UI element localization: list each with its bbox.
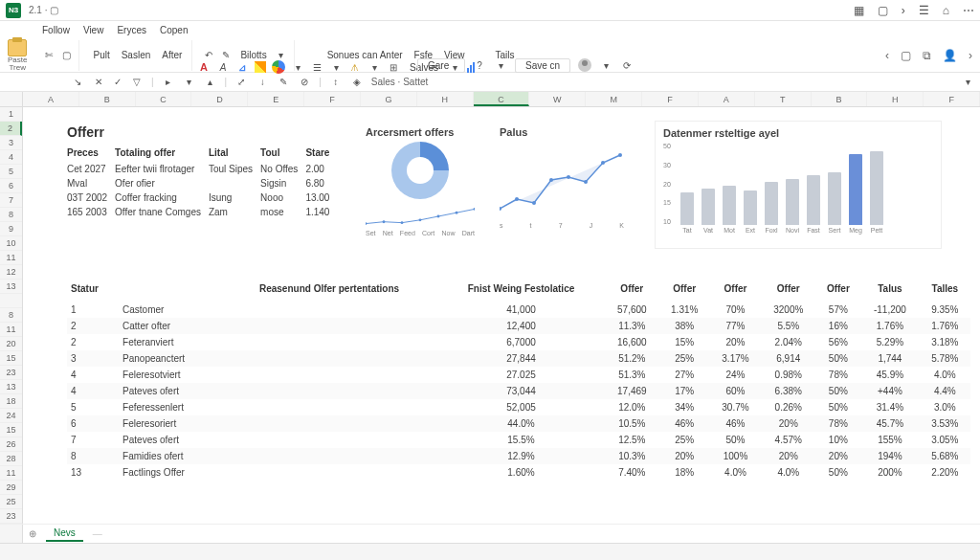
data-col-header[interactable]: Talles xyxy=(920,280,970,302)
data-cell[interactable]: 3.53% xyxy=(920,415,970,432)
ribbon-label-after[interactable]: After xyxy=(158,50,186,60)
column-header[interactable]: F xyxy=(304,92,361,106)
data-cell[interactable]: -11,200 xyxy=(860,302,919,318)
data-row[interactable]: 5Feferessenlert52,00512.0%34%30.7%0.26%5… xyxy=(67,399,970,415)
offerr-cell[interactable]: 165 2003 xyxy=(67,205,115,219)
data-cell[interactable]: 7 xyxy=(67,432,119,448)
data-cell[interactable]: 155% xyxy=(860,432,919,448)
column-header[interactable]: G xyxy=(361,92,417,106)
data-cell[interactable]: Factlings Offer xyxy=(119,464,221,481)
ribbon-label-pult[interactable]: Pult xyxy=(89,50,113,60)
offerr-cell[interactable]: Toul Sipes xyxy=(209,162,260,176)
offerr-cell[interactable] xyxy=(209,176,260,190)
data-col-header[interactable]: Offer xyxy=(815,280,860,302)
data-cell[interactable]: 200% xyxy=(860,464,919,481)
data-row[interactable]: 4Feleresotviert27.02551.3%27%24%0.98%78%… xyxy=(67,367,970,383)
data-cell[interactable] xyxy=(221,383,437,399)
underline-color-icon[interactable]: ⊿ xyxy=(235,60,249,74)
data-cell[interactable]: 20% xyxy=(659,448,710,464)
person-icon[interactable] xyxy=(578,58,591,72)
data-cell[interactable]: 50% xyxy=(815,399,860,415)
row-header[interactable]: 11 xyxy=(0,251,22,265)
data-cell[interactable] xyxy=(221,350,437,367)
data-cell[interactable]: Feteranviert xyxy=(119,334,221,350)
data-cell[interactable]: 4.57% xyxy=(761,432,815,448)
data-cell[interactable] xyxy=(221,415,437,432)
data-col-header[interactable]: Offer xyxy=(761,280,815,302)
row-header[interactable]: 3 xyxy=(0,136,22,150)
column-header[interactable]: D xyxy=(191,92,248,106)
data-cell[interactable]: 11.3% xyxy=(605,318,659,334)
row-header[interactable]: 10 xyxy=(0,236,22,251)
grid-icon[interactable]: ▦ xyxy=(854,4,864,17)
offerr-cell[interactable]: Offer tnane Comges xyxy=(115,205,209,219)
data-cell[interactable]: Feleresoriert xyxy=(119,415,221,432)
data-row[interactable]: 3Panopeanctert27,84451.2%25%3.17%6,91450… xyxy=(67,350,970,367)
data-cell[interactable]: 18% xyxy=(659,464,710,481)
data-cell[interactable]: 45.9% xyxy=(860,367,919,383)
data-cell[interactable]: 20% xyxy=(761,415,815,432)
offerr-cell[interactable]: 13.00 xyxy=(305,190,337,205)
row-header[interactable]: 1 xyxy=(0,107,22,122)
data-col-header[interactable]: Reasenund Olfer pertentations xyxy=(221,280,437,302)
column-header[interactable]: A xyxy=(23,92,79,106)
offerr-row[interactable]: 165 2003Offer tnane ComgesZammose1.140 xyxy=(67,205,337,219)
ribbon-label-saslen[interactable]: Saslen xyxy=(118,50,155,60)
data-cell[interactable]: 3.17% xyxy=(710,350,761,367)
data-cell[interactable]: 4.0% xyxy=(920,367,970,383)
sync-icon[interactable]: ⟳ xyxy=(620,58,634,72)
data-cell[interactable]: 44.0% xyxy=(437,415,605,432)
copy-icon[interactable]: ▢ xyxy=(59,49,73,62)
data-cell[interactable]: 27.025 xyxy=(437,367,605,383)
data-cell[interactable]: 57% xyxy=(815,302,860,318)
data-cell[interactable]: Pateves ofert xyxy=(119,383,221,399)
ellipsis-icon[interactable]: ⋯ xyxy=(963,4,974,17)
data-cell[interactable]: 194% xyxy=(860,448,919,464)
menu-follow[interactable]: Follow xyxy=(42,25,70,35)
data-col-header[interactable] xyxy=(119,280,221,302)
data-cell[interactable]: 5.78% xyxy=(920,350,970,367)
data-cell[interactable]: 3 xyxy=(67,350,119,367)
data-cell[interactable]: 8 xyxy=(67,448,119,464)
data-cell[interactable]: 1.76% xyxy=(860,318,919,334)
data-cell[interactable]: 70% xyxy=(710,302,761,318)
list-icon[interactable]: ☰ xyxy=(919,4,929,17)
data-col-header[interactable]: Offer xyxy=(710,280,761,302)
offerr-row[interactable]: MvalOfer ofierSigsin6.80 xyxy=(67,176,337,190)
data-row[interactable]: 8Famidies ofert12.9%10.3%20%100%20%20%19… xyxy=(67,448,970,464)
data-cell[interactable]: 15% xyxy=(659,334,710,350)
row-header[interactable]: 25 xyxy=(0,495,22,509)
data-cell[interactable]: Castomer xyxy=(119,302,221,318)
data-cell[interactable]: 27% xyxy=(659,367,710,383)
data-cell[interactable]: 6 xyxy=(67,415,119,432)
data-cell[interactable]: 78% xyxy=(815,415,860,432)
data-cell[interactable]: 51.3% xyxy=(605,367,659,383)
row-header[interactable]: 7 xyxy=(0,193,22,208)
row-header[interactable]: 15 xyxy=(0,351,22,366)
offerr-cell[interactable]: 6.80 xyxy=(305,176,337,190)
data-cell[interactable]: 100% xyxy=(710,448,761,464)
row-header[interactable]: 18 xyxy=(0,394,22,409)
offerr-cell[interactable]: mose xyxy=(260,205,305,219)
data-cell[interactable]: 6,7000 xyxy=(437,334,605,350)
data-cell[interactable]: 9.35% xyxy=(920,302,970,318)
font-color-icon[interactable]: A xyxy=(197,60,211,74)
data-cell[interactable]: 2.04% xyxy=(761,334,815,350)
data-cell[interactable]: 73,044 xyxy=(437,383,605,399)
data-cell[interactable]: 25% xyxy=(659,350,710,367)
list-icon[interactable]: ☰ xyxy=(310,60,323,74)
offerr-cell[interactable]: 03T 2002 xyxy=(67,190,115,205)
data-cell[interactable]: 15.5% xyxy=(437,432,605,448)
data-cell[interactable]: 10.5% xyxy=(605,415,659,432)
data-cell[interactable]: 38% xyxy=(659,318,710,334)
data-cell[interactable]: 30.7% xyxy=(710,399,761,415)
help-icon[interactable]: ? xyxy=(473,58,486,72)
page-icon[interactable]: ▢ xyxy=(878,4,888,17)
column-header[interactable]: F xyxy=(642,92,699,106)
chevron-down-icon[interactable]: ▾ xyxy=(494,58,507,72)
data-cell[interactable]: 10.3% xyxy=(605,448,659,464)
column-header[interactable]: C xyxy=(136,92,192,106)
chevron-down-icon[interactable]: ▾ xyxy=(599,58,612,72)
data-cell[interactable]: 31.4% xyxy=(860,399,919,415)
excel-app-icon[interactable]: N3 xyxy=(6,3,21,18)
